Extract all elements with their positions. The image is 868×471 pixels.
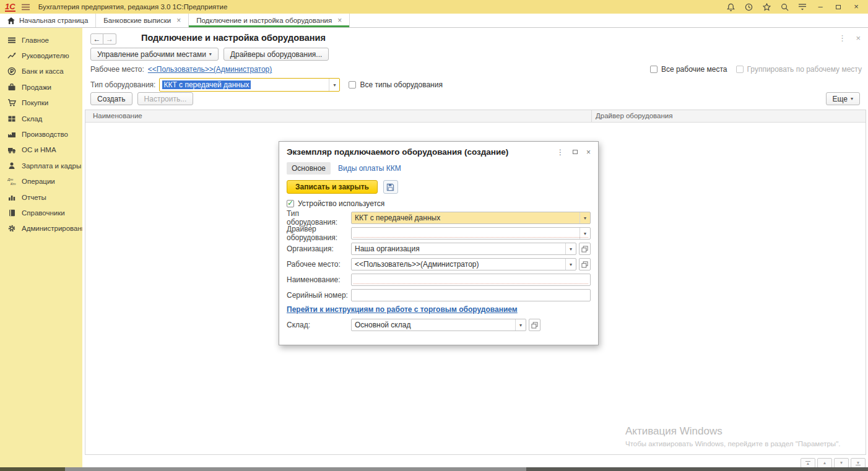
- sidebar-item-sklad[interactable]: Склад: [0, 111, 82, 126]
- save-and-close-button[interactable]: Записать и закрыть: [287, 180, 378, 194]
- nav-forward-button[interactable]: →: [103, 33, 116, 45]
- checkbox-label: Группировать по рабочему месту: [747, 65, 862, 74]
- tab-close-icon[interactable]: ×: [337, 16, 342, 25]
- main-menu-icon[interactable]: [22, 4, 30, 11]
- manage-workplaces-button[interactable]: Управление рабочими местами ▾: [90, 48, 219, 61]
- sidebar-item-bank-i-kassa[interactable]: Банк и касса: [0, 64, 82, 79]
- sidebar-item-operatsii[interactable]: ДтКт Операции: [0, 174, 82, 189]
- sidebar-item-prodazhi[interactable]: Продажи: [0, 79, 82, 95]
- open-warehouse-button[interactable]: [529, 319, 540, 331]
- sidebar-item-label: ОС и НМА: [22, 146, 56, 153]
- open-organization-button[interactable]: [579, 243, 591, 255]
- name-field[interactable]: [351, 274, 591, 286]
- restore-icon[interactable]: [831, 1, 845, 12]
- warehouse-field[interactable]: Основной склад ▾: [351, 319, 526, 331]
- cart-icon: [7, 98, 16, 107]
- sidebar-item-label: Главное: [22, 37, 49, 44]
- dropdown-arrow-icon[interactable]: ▾: [565, 243, 576, 254]
- sidebar-item-rukovoditelyu[interactable]: Руководителю: [0, 48, 82, 63]
- sidebar-item-label: Покупки: [22, 99, 48, 106]
- service-menu-icon[interactable]: [796, 1, 809, 12]
- organization-field[interactable]: Наша организация ▾: [351, 243, 576, 255]
- go-up-button[interactable]: ▲: [817, 458, 832, 468]
- go-last-button[interactable]: ▼: [851, 458, 866, 468]
- watermark-line1: Активация Windows: [625, 425, 840, 438]
- truck-icon: [7, 145, 16, 154]
- sidebar-item-pokupki[interactable]: Покупки: [0, 95, 82, 111]
- field-value: <<Пользователь>>(Администратор): [352, 259, 565, 270]
- field-value: ККТ с передачей данных: [352, 212, 579, 223]
- sidebar-item-administrirovanie[interactable]: Администрирование: [0, 221, 82, 236]
- driver-field[interactable]: ▾: [351, 227, 591, 240]
- column-header-name[interactable]: Наименование: [85, 110, 592, 122]
- tab-equipment-setup[interactable]: Подключение и настройка оборудования ×: [189, 14, 350, 27]
- column-header-driver[interactable]: Драйвер оборудования: [592, 110, 866, 122]
- tab-close-icon[interactable]: ×: [176, 16, 181, 25]
- table-header: Наименование Драйвер оборудования: [85, 110, 866, 123]
- group-by-workplace-checkbox[interactable]: Группировать по рабочему месту: [736, 65, 862, 74]
- close-icon[interactable]: ×: [849, 1, 863, 12]
- dialog-tab-main[interactable]: Основное: [287, 162, 331, 175]
- minimize-icon[interactable]: –: [814, 1, 827, 12]
- button-label: Драйверы оборудования...: [230, 50, 323, 59]
- sidebar-item-label: Банк и касса: [22, 67, 64, 75]
- workplace-link[interactable]: <<Пользователь>>(Администратор): [148, 65, 272, 74]
- equipment-type-combobox[interactable]: ККТ с передачей данных ▾: [159, 78, 340, 92]
- checkbox-box[interactable]: [349, 81, 356, 89]
- checkbox-label: Все типы оборудования: [360, 80, 442, 89]
- dropdown-arrow-icon[interactable]: ▾: [515, 319, 526, 331]
- configure-button[interactable]: Настроить...: [137, 92, 194, 105]
- button-label: Создать: [97, 95, 126, 103]
- equipment-drivers-button[interactable]: Драйверы оборудования...: [224, 48, 329, 61]
- all-workplaces-checkbox[interactable]: Все рабочие места: [650, 65, 727, 74]
- trend-icon: [7, 51, 16, 60]
- page-close-icon[interactable]: ×: [856, 33, 861, 43]
- sidebar-item-os-i-nma[interactable]: ОС и НМА: [0, 142, 82, 158]
- all-types-checkbox[interactable]: Все типы оборудования: [349, 80, 442, 89]
- search-icon[interactable]: [778, 1, 791, 12]
- star-icon[interactable]: [760, 1, 773, 12]
- dropdown-arrow-icon[interactable]: ▾: [329, 79, 339, 91]
- sidebar-item-glavnoe[interactable]: Главное: [0, 32, 82, 48]
- sidebar-item-proizvodstvo[interactable]: Производство: [0, 126, 82, 142]
- sidebar-item-label: Руководителю: [22, 52, 69, 59]
- tab-home[interactable]: Начальная страница: [0, 14, 96, 27]
- window-titlebar: 1С Бухгалтерия предприятия, редакция 3.0…: [0, 0, 868, 14]
- sidebar-item-zarplata-i-kadry[interactable]: Зарплата и кадры: [0, 158, 82, 173]
- book-icon: [7, 209, 16, 217]
- dropdown-arrow-icon[interactable]: ▾: [565, 259, 576, 270]
- create-button[interactable]: Создать: [90, 92, 132, 105]
- chevron-down-icon: ▾: [851, 97, 853, 102]
- dialog-maximize-icon[interactable]: [573, 150, 578, 154]
- sidebar-item-spravochniki[interactable]: Справочники: [0, 205, 82, 220]
- serial-number-field[interactable]: [351, 289, 591, 301]
- briefcase-icon: [7, 83, 16, 92]
- go-down-button[interactable]: ▼: [834, 458, 849, 468]
- equipment-type-field[interactable]: ККТ с передачей данных ▾: [351, 212, 591, 224]
- menu-icon: [7, 36, 16, 45]
- boxes-icon: [7, 115, 16, 123]
- open-workplace-button[interactable]: [579, 258, 591, 270]
- checkbox-box[interactable]: [650, 66, 658, 73]
- checkbox-box[interactable]: [287, 200, 294, 207]
- sidebar-item-otchety[interactable]: Отчеты: [0, 189, 82, 205]
- save-button[interactable]: [383, 180, 398, 194]
- dialog-title: Экземпляр подключаемого оборудования (со…: [287, 147, 508, 157]
- bottom-edge-strip: [0, 467, 868, 471]
- selected-text: ККТ с передачей данных: [162, 80, 250, 89]
- dialog-close-icon[interactable]: ×: [586, 149, 591, 156]
- history-icon[interactable]: [742, 1, 755, 12]
- go-first-button[interactable]: ▲: [801, 458, 815, 468]
- checkbox-label: Все рабочие места: [661, 65, 727, 74]
- dropdown-arrow-icon[interactable]: ▾: [579, 212, 590, 223]
- workplace-field[interactable]: <<Пользователь>>(Администратор) ▾: [351, 258, 576, 270]
- page-more-icon[interactable]: ⋮: [838, 33, 846, 43]
- tab-label: Подключение и настройка оборудования: [196, 17, 332, 24]
- dialog-tab-payment-types[interactable]: Виды оплаты ККМ: [338, 164, 401, 173]
- more-button[interactable]: Еще ▾: [826, 92, 860, 105]
- dialog-more-icon[interactable]: ⋮: [557, 149, 564, 156]
- instructions-link[interactable]: Перейти к инструкциям по работе с торгов…: [287, 305, 518, 314]
- bell-icon[interactable]: [724, 1, 737, 12]
- tab-bank-statements[interactable]: Банковские выписки ×: [96, 14, 189, 27]
- nav-back-button[interactable]: ←: [90, 33, 103, 45]
